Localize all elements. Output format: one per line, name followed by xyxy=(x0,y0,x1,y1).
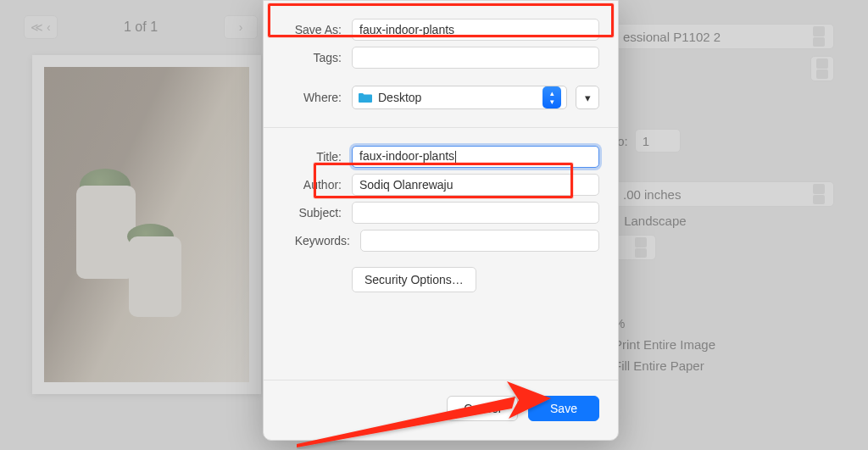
prev-page-button[interactable]: ≪ ‹ xyxy=(24,15,58,39)
author-label: Author: xyxy=(282,178,342,192)
stepper-icon xyxy=(813,184,825,204)
title-value: faux-indoor-plants xyxy=(359,149,456,164)
save-as-value: faux-indoor-plants xyxy=(359,23,454,36)
tags-input[interactable] xyxy=(352,47,599,69)
chevron-down-icon: ▾ xyxy=(585,92,591,104)
save-as-label: Save As: xyxy=(282,23,342,36)
security-options-button[interactable]: Security Options… xyxy=(352,267,476,292)
orientation-label: Landscape xyxy=(624,214,686,228)
page-indicator: 1 of 1 xyxy=(124,19,158,35)
print-entire-image-label: Print Entire Image xyxy=(614,337,715,352)
next-page-button[interactable]: › xyxy=(224,15,258,39)
chevron-right-icon: › xyxy=(239,20,243,34)
title-input[interactable]: faux-indoor-plants xyxy=(352,146,599,168)
fill-entire-paper-label: Fill Entire Paper xyxy=(614,358,704,373)
paper-size-select[interactable]: .00 inches xyxy=(614,181,834,207)
paper-size-value: .00 inches xyxy=(623,187,681,202)
where-label: Where: xyxy=(282,91,342,104)
presets-select[interactable] xyxy=(810,56,834,81)
keywords-label: Keywords: xyxy=(282,234,350,247)
author-input[interactable]: Sodiq Olanrewaju xyxy=(352,174,599,196)
printer-select[interactable]: essional P1102 2 xyxy=(614,24,834,49)
save-button[interactable]: Save xyxy=(528,396,599,421)
subject-label: Subject: xyxy=(282,206,342,219)
keywords-input[interactable] xyxy=(360,230,599,252)
folder-icon xyxy=(358,92,373,103)
stepper-icon xyxy=(635,237,647,258)
subject-input[interactable] xyxy=(352,202,599,224)
printer-name: essional P1102 2 xyxy=(623,30,721,44)
chevron-left-double-icon: ≪ ‹ xyxy=(31,20,51,34)
where-value: Desktop xyxy=(378,91,537,104)
save-sheet: Save As: faux-indoor-plants Tags: Where:… xyxy=(263,0,619,441)
copies-to-value: 1 xyxy=(643,134,649,148)
where-select[interactable]: Desktop ▴▾ xyxy=(352,86,567,109)
stepper-icon xyxy=(816,58,828,79)
title-label: Title: xyxy=(282,150,342,164)
cancel-button[interactable]: Cancel xyxy=(447,396,518,421)
copies-to-input[interactable]: 1 xyxy=(635,129,681,153)
where-stepper-icon: ▴▾ xyxy=(542,86,561,108)
scale-select[interactable] xyxy=(614,235,656,260)
print-options-panel: essional P1102 2 to: 1 .00 inches ] Lan xyxy=(614,24,834,373)
where-expand-button[interactable]: ▾ xyxy=(576,86,599,109)
tags-label: Tags: xyxy=(282,51,342,64)
save-as-input[interactable]: faux-indoor-plants xyxy=(352,19,599,41)
print-preview xyxy=(32,55,261,394)
stepper-icon xyxy=(813,26,825,47)
author-value: Sodiq Olanrewaju xyxy=(359,178,453,192)
preview-image xyxy=(44,67,249,382)
